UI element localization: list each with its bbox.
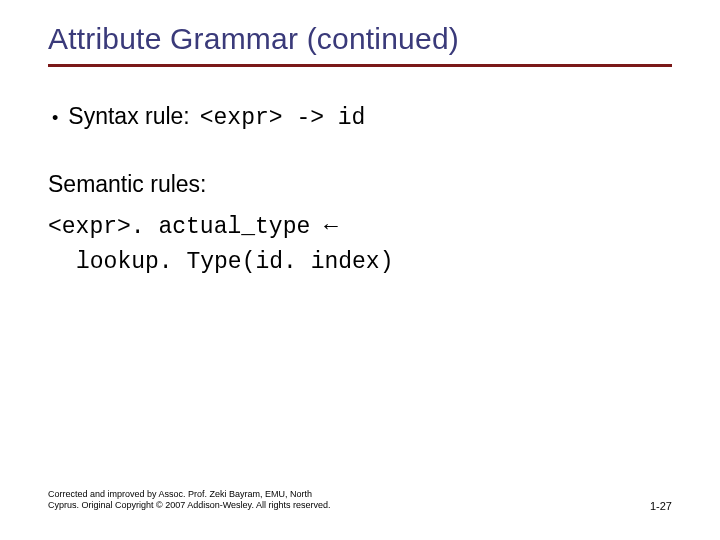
slide: Attribute Grammar (continued) • Syntax r… [0, 0, 720, 540]
semantic-rules-body: <expr>. actual_type ← lookup. Type(id. i… [48, 210, 672, 279]
semantic-line-2: lookup. Type(id. index) [76, 245, 672, 280]
title-continued: (continued) [307, 22, 459, 55]
page-number: 1-27 [650, 500, 672, 512]
title-main: Attribute Grammar [48, 22, 307, 55]
semantic-line-1: <expr>. actual_type ← [48, 210, 672, 245]
footer-copyright: Corrected and improved by Assoc. Prof. Z… [48, 489, 330, 512]
footer-line-2: Cyprus. Original Copyright © 2007 Addiso… [48, 500, 330, 512]
footer-line-1: Corrected and improved by Assoc. Prof. Z… [48, 489, 330, 501]
slide-title: Attribute Grammar (continued) [48, 22, 672, 56]
title-divider [48, 64, 672, 67]
syntax-rule-row: • Syntax rule: <expr> -> id [52, 103, 672, 131]
semantic-rules-heading: Semantic rules: [48, 171, 672, 198]
syntax-rule-label: Syntax rule: [68, 103, 189, 130]
syntax-rule-code: <expr> -> id [200, 105, 366, 131]
bullet-icon: • [52, 109, 58, 127]
